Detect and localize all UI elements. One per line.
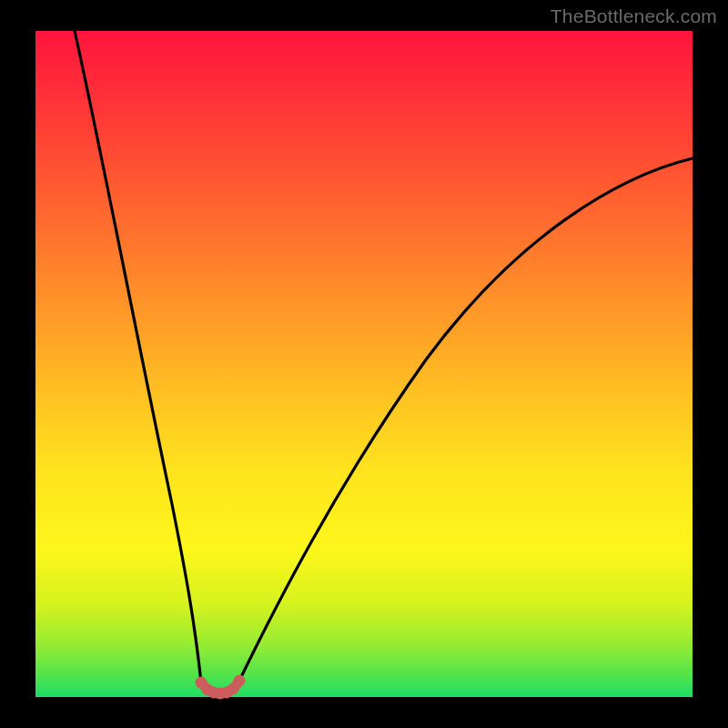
curve-right-branch xyxy=(239,158,693,681)
plot-area xyxy=(35,31,693,697)
curve-layer xyxy=(35,31,693,697)
chart-frame: TheBottleneck.com xyxy=(0,0,728,728)
watermark-text: TheBottleneck.com xyxy=(551,5,717,27)
valley-marker xyxy=(234,675,246,687)
valley-markers xyxy=(196,675,246,700)
curve-left-branch xyxy=(75,31,201,682)
